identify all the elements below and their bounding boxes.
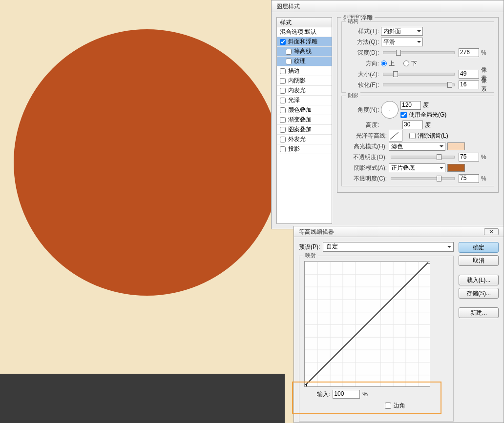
outer-glow-row[interactable]: 外发光	[277, 135, 332, 144]
direction-up-radio[interactable]	[381, 60, 387, 66]
soften-label: 软化(F):	[345, 81, 379, 89]
highlight-mode-label: 高光模式(H):	[345, 142, 387, 151]
preset-select[interactable]: 自定	[323, 242, 454, 252]
gradient-overlay-checkbox[interactable]	[280, 117, 286, 123]
altitude-input[interactable]: 30	[402, 121, 423, 129]
blending-options-row[interactable]: 混合选项:默认	[277, 27, 332, 37]
layer-style-dialog: 图层样式 样式 混合选项:默认 斜面和浮雕 等高线 纹理 描边 内阴影 内发光 …	[271, 0, 504, 229]
satin-checkbox[interactable]	[280, 98, 286, 103]
contour-editor-title[interactable]: 等高线编辑器 ✕	[294, 226, 504, 237]
gloss-contour-label: 光泽等高线:	[345, 132, 387, 140]
anti-alias-checkbox[interactable]	[409, 133, 416, 139]
highlight-opacity-slider[interactable]	[391, 156, 455, 159]
depth-input[interactable]: 276	[459, 48, 479, 57]
contour-input-value[interactable]: 100	[333, 390, 360, 399]
save-button[interactable]: 存储(S)...	[459, 288, 499, 299]
style-label: 样式(T):	[345, 27, 379, 36]
bevel-emboss-row[interactable]: 斜面和浮雕	[277, 37, 332, 47]
structure-label: 结构	[346, 18, 360, 25]
highlight-opacity-label: 不透明度(O):	[345, 153, 387, 161]
shadow-mode-select[interactable]: 正片叠底	[389, 163, 445, 172]
preset-label: 预设(P):	[299, 243, 320, 251]
highlight-opacity-input[interactable]: 75	[459, 153, 479, 161]
styles-header: 样式	[277, 18, 332, 27]
ok-button[interactable]: 确定	[459, 242, 499, 253]
new-button[interactable]: 新建...	[459, 307, 499, 318]
inner-glow-checkbox[interactable]	[280, 88, 286, 94]
global-light-checkbox[interactable]	[400, 112, 407, 118]
canvas-area	[0, 0, 285, 374]
size-label: 大小(Z):	[345, 70, 379, 79]
size-slider[interactable]	[383, 73, 455, 76]
inner-glow-row[interactable]: 内发光	[277, 86, 332, 96]
stroke-checkbox[interactable]	[280, 68, 286, 74]
pattern-overlay-checkbox[interactable]	[280, 127, 286, 133]
technique-select[interactable]: 平滑	[381, 38, 423, 46]
inner-shadow-row[interactable]: 内阴影	[277, 76, 332, 86]
close-icon[interactable]: ✕	[484, 228, 499, 235]
inner-shadow-checkbox[interactable]	[280, 78, 286, 84]
gradient-overlay-row[interactable]: 渐变叠加	[277, 115, 332, 125]
cancel-button[interactable]: 取消	[459, 255, 499, 266]
outer-glow-checkbox[interactable]	[280, 137, 286, 142]
contour-graph[interactable]	[304, 261, 430, 387]
angle-widget[interactable]	[381, 101, 399, 119]
artwork-circle	[14, 29, 280, 296]
drop-shadow-row[interactable]: 投影	[277, 144, 332, 154]
mapping-label: 映射	[303, 252, 318, 259]
curve-node[interactable]	[304, 384, 307, 387]
highlight-color-swatch[interactable]	[447, 142, 465, 150]
angle-label: 角度(N):	[345, 106, 379, 114]
bevel-settings-panel: 斜面和浮雕 结构 样式(T): 内斜面 方法(Q): 平滑 深度(D): 276	[337, 17, 499, 224]
style-select[interactable]: 内斜面	[381, 27, 423, 36]
contour-row[interactable]: 等高线	[277, 47, 332, 57]
contour-editor-dialog: 等高线编辑器 ✕ 预设(P): 自定 映射 输入: 100 %	[294, 226, 504, 423]
shadow-opacity-label: 不透明度(C):	[345, 175, 387, 183]
shadow-mode-label: 阴影模式(A):	[345, 164, 387, 172]
altitude-label: 高度:	[345, 121, 379, 129]
depth-slider[interactable]	[383, 51, 455, 54]
texture-checkbox[interactable]	[286, 59, 292, 64]
direction-down-radio[interactable]	[403, 60, 409, 66]
pattern-overlay-row[interactable]: 图案叠加	[277, 125, 332, 135]
technique-label: 方法(Q):	[345, 38, 379, 46]
depth-label: 深度(D):	[345, 49, 379, 57]
shadow-opacity-slider[interactable]	[391, 177, 455, 180]
satin-row[interactable]: 光泽	[277, 96, 332, 105]
angle-input[interactable]: 120	[400, 101, 421, 110]
texture-row[interactable]: 纹理	[277, 57, 332, 66]
gloss-contour-picker[interactable]	[389, 130, 402, 141]
shading-label: 阴影	[346, 92, 360, 99]
load-button[interactable]: 载入(L)...	[459, 275, 499, 285]
color-overlay-row[interactable]: 颜色叠加	[277, 105, 332, 115]
corner-checkbox[interactable]	[385, 403, 391, 409]
color-overlay-checkbox[interactable]	[280, 107, 286, 113]
shadow-opacity-input[interactable]: 75	[459, 174, 479, 183]
contour-checkbox[interactable]	[286, 49, 292, 55]
direction-label: 方向:	[345, 60, 379, 68]
status-bar	[0, 374, 285, 423]
dialog-title[interactable]: 图层样式	[272, 0, 504, 12]
styles-list: 样式 混合选项:默认 斜面和浮雕 等高线 纹理 描边 内阴影 内发光 光泽 颜色…	[276, 17, 332, 224]
soften-slider[interactable]	[383, 83, 455, 86]
size-input[interactable]: 49	[459, 70, 479, 79]
stroke-row[interactable]: 描边	[277, 66, 332, 76]
bevel-checkbox[interactable]	[280, 39, 286, 45]
drop-shadow-checkbox[interactable]	[280, 146, 286, 152]
curve-node[interactable]	[428, 261, 430, 263]
input-label: 输入:	[317, 390, 330, 399]
highlight-mode-select[interactable]: 滤色	[389, 142, 445, 151]
shadow-color-swatch[interactable]	[447, 164, 465, 172]
soften-input[interactable]: 16	[459, 81, 479, 89]
